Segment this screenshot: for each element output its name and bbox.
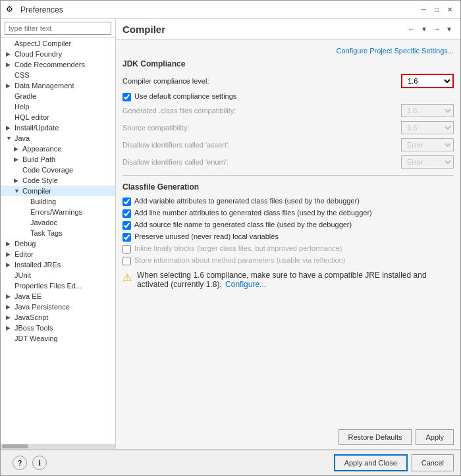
disallow-assert-row: Disallow identifiers called 'assert': Er… (122, 138, 454, 151)
sidebar-item-label: Javadoc (30, 219, 57, 226)
sidebar-item-javaee[interactable]: ▶ Java EE (1, 291, 115, 302)
sidebar-item-cloudfoundry[interactable]: ▶ Cloud Foundry (1, 49, 115, 59)
sidebar-item-editor[interactable]: ▶ Editor (1, 249, 115, 259)
arrow-icon: ▶ (14, 156, 20, 163)
source-compat-select[interactable]: 1.6 (401, 121, 454, 134)
cb5-checkbox[interactable] (122, 245, 131, 253)
restore-defaults-button[interactable]: Restore Defaults (339, 429, 412, 445)
sidebar-item-codecoverage[interactable]: Code Coverage (1, 165, 115, 175)
sidebar-item-errorswarnings[interactable]: Errors/Warnings (1, 207, 115, 217)
nav-forward-button[interactable]: → (430, 23, 443, 35)
cb5-label: Inline finally blocks (larger class file… (134, 244, 342, 252)
configure-project-link[interactable]: Configure Project Specific Settings... (336, 47, 454, 55)
generated-class-label: Generated .class files compatibility: (122, 107, 401, 115)
search-input[interactable] (5, 22, 111, 35)
arrow-icon: ▼ (14, 188, 20, 194)
cb2-checkbox[interactable] (122, 209, 131, 218)
cb1-row: Add variable attributes to generated cla… (122, 197, 454, 206)
sidebar-item-javapersistence[interactable]: ▶ Java Persistence (1, 302, 115, 312)
sidebar-item-jbosstools[interactable]: ▶ JBoss Tools (1, 323, 115, 333)
sidebar-item-label: Build Path (22, 155, 55, 163)
sidebar-item-propfiles[interactable]: Properties Files Ed... (1, 280, 115, 291)
sidebar-item-gradle[interactable]: Gradle (1, 91, 115, 101)
sidebar-item-label: Code Recommenders (14, 61, 85, 68)
sidebar-item-compiler[interactable]: ▼ Compiler (1, 186, 115, 196)
info-button[interactable]: ℹ (32, 456, 47, 470)
jdk-compliance-section-title: JDK Compliance (122, 59, 454, 68)
sidebar-item-codestyle[interactable]: ▶ Code Style (1, 175, 115, 186)
minimize-button[interactable]: ─ (418, 5, 429, 15)
arrow-icon: ▶ (6, 304, 13, 310)
compliance-level-select[interactable]: 1.4 1.5 1.6 1.7 1.8 (401, 74, 454, 88)
panel-header: Compiler ← ▾ → ▾ (116, 19, 460, 40)
sidebar-item-appearance[interactable]: ▶ Appearance (1, 144, 115, 154)
sidebar-item-label: Editor (14, 250, 34, 258)
arrow-icon: ▶ (6, 61, 13, 68)
sidebar-item-building[interactable]: Building (1, 196, 115, 207)
sidebar-item-label: CSS (14, 71, 30, 79)
sidebar-item-javadoc[interactable]: Javadoc (1, 217, 115, 228)
sidebar-item-help[interactable]: Help (1, 101, 115, 112)
apply-and-close-button[interactable]: Apply and Close (334, 454, 408, 471)
horizontal-scrollbar[interactable] (1, 444, 115, 449)
sidebar-item-label: Cloud Foundry (14, 50, 62, 58)
maximize-button[interactable]: □ (431, 5, 442, 15)
arrow-icon: ▶ (6, 124, 13, 131)
sidebar-item-java[interactable]: ▼ Java (1, 133, 115, 144)
sidebar-item-label: Java (14, 134, 30, 142)
cb3-checkbox[interactable] (122, 221, 131, 230)
sidebar-item-hqleditor[interactable]: HQL editor (1, 112, 115, 122)
sidebar-item-jdtweaving[interactable]: JDT Weaving (1, 333, 115, 344)
cb4-checkbox[interactable] (122, 233, 131, 242)
disallow-assert-select[interactable]: Error (401, 138, 454, 151)
apply-button[interactable]: Apply (416, 429, 454, 445)
close-button[interactable]: ✕ (445, 5, 455, 15)
cb2-label: Add line number attributes to generated … (134, 209, 372, 217)
cb3-label: Add source file name to generated class … (134, 221, 352, 228)
sidebar-item-coderec[interactable]: ▶ Code Recommenders (1, 59, 115, 70)
sidebar-item-junit[interactable]: JUnit (1, 270, 115, 280)
sidebar-item-tasktags[interactable]: Task Tags (1, 228, 115, 238)
cb1-label: Add variable attributes to generated cla… (134, 197, 360, 205)
cb6-checkbox[interactable] (122, 257, 131, 265)
warning-text: When selecting 1.6 compliance, make sure… (137, 271, 454, 289)
arrow-icon: ▶ (6, 240, 13, 247)
sidebar-item-css[interactable]: CSS (1, 70, 115, 80)
sidebar-item-buildpath[interactable]: ▶ Build Path (1, 154, 115, 165)
cb1-checkbox[interactable] (122, 198, 131, 206)
nav-back-button[interactable]: ← (405, 23, 418, 35)
sidebar-item-installupdate[interactable]: ▶ Install/Update (1, 122, 115, 133)
sidebar-item-label: Data Management (14, 82, 74, 90)
nav-dropdown-button[interactable]: ▾ (420, 23, 429, 35)
generated-class-select[interactable]: 1.6 (401, 104, 454, 117)
sidebar-item-label: Install/Update (14, 124, 59, 132)
sidebar-item-label: Code Style (22, 176, 58, 184)
compliance-level-row: Compiler compliance level: 1.4 1.5 1.6 1… (122, 74, 454, 88)
cb2-row: Add line number attributes to generated … (122, 209, 454, 218)
sidebar-item-label: Help (14, 103, 30, 111)
sidebar-item-aspectj[interactable]: AspectJ Compiler (1, 38, 115, 49)
cb6-row: Store information about method parameter… (122, 256, 454, 265)
configure-link2[interactable]: Configure... (225, 280, 266, 289)
main-content: AspectJ Compiler ▶ Cloud Foundry ▶ Code … (1, 19, 460, 449)
sidebar: AspectJ Compiler ▶ Cloud Foundry ▶ Code … (1, 19, 116, 449)
arrow-icon: ▶ (6, 314, 13, 321)
bottom-bar: ? ℹ Apply and Close Cancel (1, 449, 460, 475)
bottom-buttons: ? ℹ Apply and Close Cancel (1, 450, 460, 475)
sidebar-item-javascript[interactable]: ▶ JavaScript (1, 312, 115, 323)
sidebar-item-label: Code Coverage (22, 166, 73, 174)
cb3-row: Add source file name to generated class … (122, 221, 454, 230)
cb6-label: Store information about method parameter… (134, 256, 345, 264)
search-box (1, 19, 115, 38)
arrow-icon: ▶ (14, 145, 20, 152)
nav-forward-dropdown-button[interactable]: ▾ (445, 23, 454, 35)
disallow-enum-select[interactable]: Error (401, 155, 454, 169)
help-button[interactable]: ? (13, 456, 27, 470)
cancel-button[interactable]: Cancel (412, 454, 454, 471)
use-default-checkbox[interactable] (122, 93, 131, 101)
scrollbar-thumb[interactable] (2, 444, 28, 448)
panel-nav: ← ▾ → ▾ (405, 23, 454, 35)
sidebar-item-datamanagement[interactable]: ▶ Data Management (1, 80, 115, 91)
sidebar-item-installedjres[interactable]: ▶ Installed JREs (1, 259, 115, 270)
sidebar-item-debug[interactable]: ▶ Debug (1, 238, 115, 249)
